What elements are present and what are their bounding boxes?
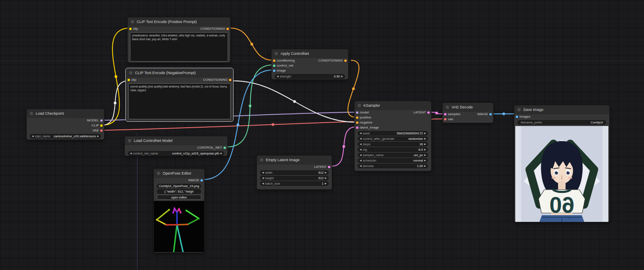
prompt-textarea[interactable]: (masterpiece, beautiful, Ultra detailed,…: [130, 32, 228, 62]
output-slot-MODEL-dot[interactable]: [100, 119, 103, 122]
input-slot-positive-dot[interactable]: [356, 116, 358, 119]
collapse-dot-icon[interactable]: [131, 20, 134, 23]
widget-cfg[interactable]: ◀cfg6.0▶: [358, 147, 428, 152]
output-slot-CONDITIONING-dot[interactable]: [344, 59, 347, 62]
output-slot-LATENT-dot[interactable]: [328, 166, 330, 168]
increment-arrow-icon[interactable]: ▶: [341, 75, 343, 78]
decrement-arrow-icon[interactable]: ◀: [262, 182, 264, 185]
input-slot-vae-dot[interactable]: [444, 118, 447, 121]
widget-control-after-generate[interactable]: ◀control_after_generaterandomize▶: [358, 136, 428, 141]
open-editor-button[interactable]: open editor: [157, 195, 201, 200]
output-slot-IMAGE-dot[interactable]: [200, 179, 203, 182]
collapse-dot-icon[interactable]: [446, 105, 449, 109]
collapse-dot-icon[interactable]: [260, 158, 263, 162]
decrement-arrow-icon[interactable]: ◀: [360, 131, 361, 135]
collapse-dot-icon[interactable]: [275, 52, 278, 55]
input-slot-clip-dot[interactable]: [129, 28, 132, 30]
node-titlebar[interactable]: KSampler: [355, 101, 431, 110]
widget-strength[interactable]: ◀strength0.90▶: [275, 74, 345, 79]
node-save-image[interactable]: Save Imageimagesfilename_prefixComfyUI: [514, 105, 610, 222]
increment-arrow-icon[interactable]: ▶: [221, 152, 222, 155]
node-clip-text-encode-positive[interactable]: CLIP Text Encode (Positive Prompt)clipCO…: [127, 17, 231, 63]
increment-arrow-icon[interactable]: ▶: [325, 182, 327, 185]
decrement-arrow-icon[interactable]: ◀: [277, 75, 278, 78]
widget-width[interactable]: ◀width512▶: [260, 170, 329, 175]
node-vae-decode[interactable]: VAE DecodesamplesIMAGEvae: [442, 103, 493, 123]
decrement-arrow-icon[interactable]: ◀: [360, 153, 361, 157]
collapse-dot-icon[interactable]: [30, 112, 33, 115]
output-slot-LATENT-dot[interactable]: [427, 111, 430, 114]
widget-sampler-name[interactable]: ◀sampler_nameuni_pc▶: [358, 153, 428, 157]
widget-field[interactable]: ComfyUI_OpenPose_19.png: [157, 184, 201, 188]
increment-arrow-icon[interactable]: ▶: [424, 142, 426, 146]
node-titlebar[interactable]: VAE Decode: [443, 103, 493, 112]
input-slot-negative-dot[interactable]: [356, 121, 358, 124]
collapse-dot-icon[interactable]: [128, 139, 131, 142]
node-ksampler[interactable]: KSamplermodelLATENTpositivenegativelaten…: [354, 101, 431, 171]
node-titlebar[interactable]: Empty Latent Image: [257, 156, 332, 165]
decrement-arrow-icon[interactable]: ◀: [360, 137, 361, 141]
widget-field[interactable]: { "width": 512, "heigh: [157, 189, 201, 194]
decrement-arrow-icon[interactable]: ◀: [130, 152, 132, 155]
increment-arrow-icon[interactable]: ▶: [424, 164, 426, 168]
collapse-dot-icon[interactable]: [358, 104, 361, 107]
node-load-checkpoint[interactable]: Load CheckpointMODELCLIPVAE◀ckpt_namecar…: [26, 109, 104, 140]
node-load-controlnet-model[interactable]: Load ControlNet ModelCONTROL_NET◀control…: [125, 136, 228, 156]
output-slot-IMAGE-dot[interactable]: [489, 113, 492, 116]
node-titlebar[interactable]: Load ControlNet Model: [125, 136, 227, 145]
increment-arrow-icon[interactable]: ▶: [424, 137, 426, 141]
input-slot-image-dot[interactable]: [273, 69, 275, 72]
prompt-textarea[interactable]: (worst quality),(low quality),bad anatom…: [128, 83, 231, 119]
node-apply-controlnet[interactable]: Apply ControlNetconditioningCONDITIONING…: [271, 49, 348, 80]
node-empty-latent-image[interactable]: Empty Latent ImageLATENT◀width512▶◀heigh…: [257, 155, 332, 190]
collapse-dot-icon[interactable]: [517, 108, 521, 111]
widget-scheduler[interactable]: ◀schedulernormal▶: [358, 158, 428, 163]
increment-arrow-icon[interactable]: ▶: [325, 171, 327, 175]
input-slot-model-dot[interactable]: [356, 111, 358, 114]
decrement-arrow-icon[interactable]: ◀: [262, 171, 264, 175]
increment-arrow-icon[interactable]: ▶: [97, 134, 99, 138]
node-titlebar[interactable]: CLIP Text Encode (NegativePrompt): [126, 69, 233, 77]
decrement-arrow-icon[interactable]: ◀: [360, 164, 361, 168]
node-titlebar[interactable]: Save Image: [514, 105, 609, 114]
output-slot-VAE-dot[interactable]: [100, 129, 103, 132]
decrement-arrow-icon[interactable]: ◀: [262, 176, 264, 180]
decrement-arrow-icon[interactable]: ◀: [32, 134, 34, 138]
widget-height[interactable]: ◀height512▶: [260, 176, 329, 180]
decrement-arrow-icon[interactable]: ◀: [360, 142, 361, 146]
widget-denoise[interactable]: ◀denoise1.00▶: [358, 164, 428, 168]
input-slot-control_net-dot[interactable]: [273, 64, 275, 67]
node-titlebar[interactable]: CLIP Text Encode (Positive Prompt): [128, 18, 230, 26]
input-slot-conditioning-dot[interactable]: [273, 59, 275, 62]
widget-filename-prefix[interactable]: filename_prefixComfyUI: [517, 120, 606, 125]
input-slot-samples-dot[interactable]: [444, 113, 447, 116]
widget-steps[interactable]: ◀steps16▶: [358, 142, 428, 147]
output-slot-CONTROL_NET-dot[interactable]: [223, 147, 226, 149]
node-clip-text-encode-negative[interactable]: CLIP Text Encode (NegativePrompt)clipCON…: [126, 68, 233, 121]
decrement-arrow-icon[interactable]: ◀: [360, 159, 361, 162]
increment-arrow-icon[interactable]: ▶: [424, 159, 426, 162]
widget-ckpt-name[interactable]: ◀ckpt_namecardosAnime_v20.safetensors▶: [30, 134, 101, 139]
input-slot-latent_image-dot[interactable]: [356, 126, 358, 129]
increment-arrow-icon[interactable]: ▶: [424, 153, 426, 157]
widget-control-net-name[interactable]: ◀control_net_namecontrol_v11p_sd15_openp…: [128, 151, 224, 156]
output-slot-CONDITIONING-dot[interactable]: [226, 28, 229, 30]
node-openpose-editor[interactable]: OpenPose EditorIMAGEComfyUI_OpenPose_19.…: [153, 169, 205, 253]
collapse-dot-icon[interactable]: [157, 172, 160, 175]
widget-seed[interactable]: ◀seed568325689594172▶: [358, 131, 428, 136]
decrement-arrow-icon[interactable]: ◀: [360, 148, 361, 152]
widget-batch-size[interactable]: ◀batch_size1▶: [260, 181, 329, 186]
output-slot-CONDITIONING-dot[interactable]: [229, 79, 231, 81]
input-slot-clip-dot[interactable]: [127, 79, 130, 81]
increment-arrow-icon[interactable]: ▶: [325, 176, 327, 180]
node-titlebar[interactable]: Load Checkpoint: [27, 109, 104, 118]
node-titlebar[interactable]: Apply ControlNet: [272, 49, 348, 58]
increment-arrow-icon[interactable]: ▶: [424, 131, 426, 135]
node-titlebar[interactable]: OpenPose Editor: [154, 169, 204, 178]
output-slot-label: CONDITIONING: [203, 77, 228, 82]
input-slot-images-dot[interactable]: [516, 116, 518, 118]
node-graph-canvas[interactable]: CLIP Text Encode (Positive Prompt)clipCO…: [0, 0, 644, 270]
output-slot-CLIP-dot[interactable]: [100, 124, 103, 127]
collapse-dot-icon[interactable]: [129, 71, 132, 75]
increment-arrow-icon[interactable]: ▶: [424, 148, 426, 152]
